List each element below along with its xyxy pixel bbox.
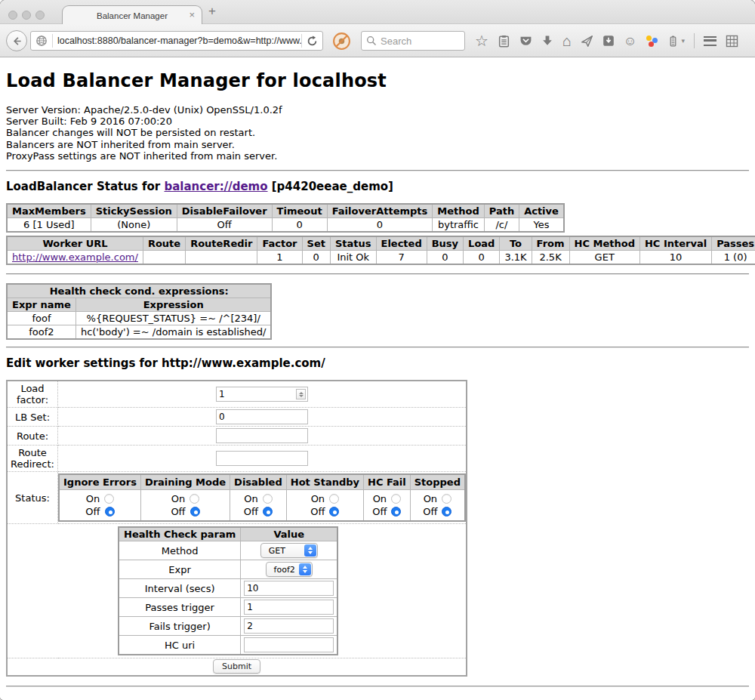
cell-load: 0	[464, 251, 500, 265]
status-cell-draining-mode: On Off	[140, 490, 230, 522]
tab-close-icon[interactable]: ×	[189, 9, 195, 20]
route-input[interactable]	[216, 428, 308, 443]
col-hc-param: Health Check param	[119, 527, 241, 541]
cell-hc-method: GET	[569, 251, 639, 265]
col-status: Status	[330, 236, 376, 251]
status-cell-hot-standby: On Off	[286, 490, 363, 522]
radio-off-label: Off	[85, 506, 100, 517]
cell-route	[143, 251, 185, 265]
ignore-errors-on-radio[interactable]	[104, 494, 114, 504]
window-close-button[interactable]	[8, 11, 17, 20]
window-minimize-button[interactable]	[22, 11, 31, 20]
dropdown-caret-icon: ▾	[681, 38, 685, 45]
draining-mode-on-radio[interactable]	[190, 494, 199, 504]
site-identity-globe-icon[interactable]	[31, 35, 52, 47]
load-factor-input[interactable]	[216, 387, 308, 402]
proxypass-note-line: ProxyPass settings are NOT inherited fro…	[6, 150, 749, 162]
window-zoom-button[interactable]	[35, 11, 45, 20]
col-hc-interval: HC Interval	[639, 236, 711, 251]
col-busy: Busy	[427, 236, 463, 251]
form-row-route: Route:	[7, 427, 467, 446]
search-input[interactable]	[381, 35, 460, 47]
cell-method: bytraffic	[433, 218, 484, 233]
tab-balancer-manager[interactable]: Balancer Manager ×	[62, 5, 202, 25]
tab-bar: Balancer Manager × +	[0, 0, 755, 24]
reading-list-icon[interactable]	[498, 35, 510, 48]
hc-fail-on-radio[interactable]	[391, 494, 401, 504]
col-disabled: Disabled	[230, 474, 287, 490]
draining-mode-off-radio[interactable]	[190, 507, 200, 517]
expr-select[interactable]: foof2	[266, 562, 313, 577]
feedback-smiley-icon[interactable]: ☺	[624, 35, 636, 48]
colored-dots-extension-icon[interactable]	[646, 35, 658, 48]
hot-standby-on-radio[interactable]	[329, 494, 339, 504]
col-route: Route	[143, 236, 185, 251]
back-button[interactable]	[6, 30, 27, 51]
cell-expression: %{REQUEST_STATUS} =~ /^[234]/	[76, 312, 271, 325]
select-stepper-icon	[299, 563, 311, 575]
fails-trigger-input[interactable]	[244, 618, 334, 634]
col-expr-name: Expr name	[7, 298, 76, 312]
interval-input[interactable]	[244, 581, 334, 596]
send-tab-icon[interactable]	[581, 35, 593, 48]
stopped-on-radio[interactable]	[442, 494, 451, 504]
disabled-on-radio[interactable]	[263, 494, 273, 504]
bookmark-star-icon[interactable]: ☆	[475, 33, 488, 48]
url-text[interactable]: localhost:8880/balancer-manager?b=demo&w…	[53, 35, 301, 46]
status-radio-row: On Off On Off On Off	[59, 490, 465, 522]
fails-trigger-label: Fails trigger)	[119, 617, 241, 636]
downloads-icon[interactable]	[541, 35, 553, 47]
cell-disablefailover: Off	[177, 218, 272, 233]
hc-uri-input[interactable]	[244, 637, 334, 652]
pocket-icon[interactable]	[519, 35, 532, 48]
grid-panel-icon[interactable]	[726, 35, 738, 48]
hc-row-hc-uri: HC uri	[119, 636, 337, 655]
ignore-errors-off-radio[interactable]	[105, 507, 115, 517]
battery-extension-button[interactable]: ▾	[667, 35, 685, 48]
home-icon[interactable]: ⌂	[562, 33, 572, 48]
number-spinner[interactable]	[296, 389, 306, 399]
reload-icon[interactable]	[302, 35, 322, 47]
hot-standby-off-radio[interactable]	[329, 507, 339, 517]
tab-title: Balancer Manager	[97, 11, 168, 20]
save-page-icon[interactable]	[602, 35, 615, 47]
balancer-demo-link[interactable]: balancer://demo	[164, 180, 267, 193]
route-redirect-input[interactable]	[216, 451, 308, 466]
form-row-route-redirect: Route Redirect:	[7, 446, 467, 472]
balancer-params-table: MaxMembers StickySession DisableFailover…	[6, 203, 565, 233]
status-cell-disabled: On Off	[230, 490, 287, 522]
cell-to: 3.1K	[500, 251, 532, 265]
col-routeredir: RouteRedir	[186, 236, 257, 251]
col-expression: Expression	[76, 298, 271, 312]
worker-url-link[interactable]: http://www.example.com/	[12, 251, 138, 263]
cell-timeout: 0	[272, 218, 327, 233]
passes-trigger-input[interactable]	[244, 600, 334, 615]
content-blocked-icon[interactable]	[332, 32, 351, 51]
select-stepper-icon	[304, 544, 316, 557]
url-bar[interactable]: localhost:8880/balancer-manager?b=demo&w…	[30, 31, 323, 51]
stopped-off-radio[interactable]	[442, 507, 451, 517]
lb-set-input[interactable]	[216, 409, 308, 424]
hc-fail-off-radio[interactable]	[391, 507, 401, 517]
radio-on-label: On	[171, 493, 185, 504]
col-maxmembers: MaxMembers	[7, 204, 91, 218]
new-tab-button[interactable]: +	[208, 5, 216, 17]
submit-button[interactable]: Submit	[213, 659, 260, 674]
table-row: foof2 hc('body') =~ /domain is establish…	[7, 325, 271, 340]
table-header-row: MaxMembers StickySession DisableFailover…	[7, 204, 564, 218]
status-label: Status:	[7, 472, 58, 524]
col-stopped: Stopped	[410, 474, 465, 490]
disabled-off-radio[interactable]	[263, 507, 273, 517]
radio-on-label: On	[244, 493, 257, 504]
col-failoverattempts: FailoverAttempts	[327, 204, 433, 218]
inherit-note-line: Balancers are NOT inherited from main se…	[6, 139, 749, 150]
hc-row-passes: Passes trigger	[119, 598, 337, 617]
search-icon	[366, 35, 377, 46]
hc-row-expr: Expr foof2	[119, 560, 337, 579]
col-draining-mode: Draining Mode	[140, 474, 230, 490]
col-from: From	[532, 236, 569, 251]
search-bar[interactable]	[361, 31, 465, 51]
menu-hamburger-icon[interactable]	[704, 36, 716, 46]
page-title: Load Balancer Manager for localhost	[6, 70, 749, 91]
method-select[interactable]: GET	[260, 543, 318, 558]
